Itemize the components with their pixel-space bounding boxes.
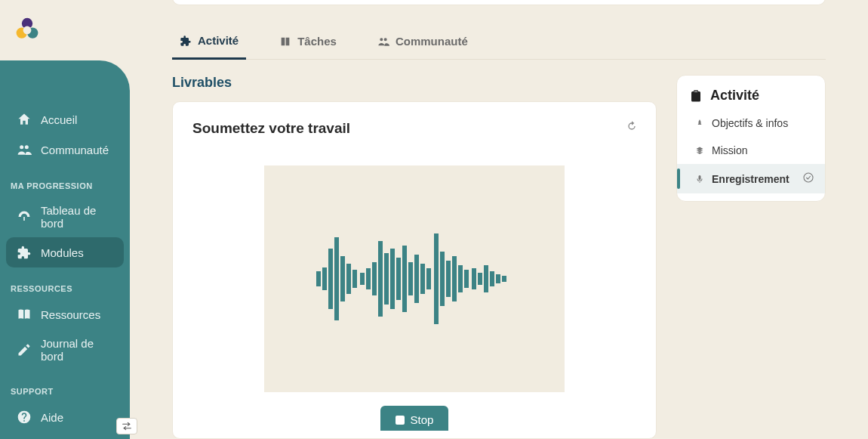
section-heading: Livrables [172, 75, 657, 91]
sidebar-item-journal[interactable]: Journal de bord [0, 329, 130, 370]
step-check-icon [802, 172, 814, 186]
svg-rect-21 [408, 262, 413, 295]
sidebar-item-ressources[interactable]: Ressources [0, 299, 130, 329]
svg-rect-8 [328, 249, 333, 309]
step-label: Mission [712, 144, 747, 156]
sidebar-item-label: Tableau de bord [41, 204, 119, 230]
svg-rect-32 [478, 273, 482, 285]
tab-label: Tâches [297, 35, 337, 48]
top-card-bottom: Évalué: non [172, 0, 826, 5]
waveform-icon [316, 218, 512, 339]
logo-icon [14, 17, 41, 44]
activity-panel-title: Activité [677, 88, 825, 110]
sidebar-section-title: SUPPORT [0, 370, 130, 402]
deliverable-card: Soumettez votre travail [172, 101, 657, 439]
sidebar-item-tableau-de-bord[interactable]: Tableau de bord [0, 196, 130, 237]
svg-rect-24 [426, 268, 431, 289]
svg-rect-27 [446, 261, 451, 297]
users-icon [377, 36, 389, 48]
undo-icon [626, 120, 638, 132]
svg-rect-14 [366, 268, 371, 289]
svg-rect-11 [346, 264, 351, 294]
svg-rect-33 [484, 265, 488, 292]
svg-rect-30 [464, 270, 469, 288]
svg-rect-7 [322, 267, 327, 290]
svg-rect-20 [402, 246, 407, 312]
step-objectifs-infos[interactable]: Objectifs & infos [677, 110, 825, 137]
svg-rect-15 [372, 262, 377, 295]
svg-rect-22 [414, 255, 419, 303]
step-mission[interactable]: Mission [677, 137, 825, 164]
svg-rect-36 [502, 276, 506, 282]
sidebar-item-label: Communauté [41, 144, 109, 156]
clipboard-icon [689, 89, 703, 103]
tab-label: Communauté [396, 35, 468, 48]
main-area: Évalué: non Activité Tâches Communauté L… [130, 0, 868, 439]
sidebar-section-title: RESSOURCES [0, 267, 130, 299]
stop-recording-button[interactable]: Stop [380, 406, 449, 431]
svg-rect-34 [490, 271, 494, 286]
svg-rect-18 [390, 249, 395, 309]
svg-rect-9 [334, 237, 339, 320]
sidebar-nav: Accueil Communauté MA PROGRESSION Tablea… [0, 60, 130, 439]
svg-rect-29 [458, 265, 463, 292]
svg-rect-10 [340, 256, 345, 301]
pin-icon [695, 119, 704, 128]
sidebar-item-aide[interactable]: Aide [0, 402, 130, 432]
svg-rect-12 [352, 270, 357, 288]
sidebar-item-label: Journal de bord [41, 337, 119, 363]
sidebar-item-label: Modules [41, 246, 84, 259]
edit-icon [17, 342, 32, 357]
columns-icon [279, 36, 291, 48]
svg-rect-35 [496, 274, 500, 283]
sidebar-item-communaute[interactable]: Communauté [0, 134, 130, 165]
home-icon [17, 112, 32, 127]
help-icon [17, 410, 32, 425]
svg-rect-19 [396, 258, 401, 300]
tab-label: Activité [198, 34, 239, 47]
tab-communaute[interactable]: Communauté [370, 34, 476, 59]
layers-icon [695, 146, 704, 155]
audio-waveform-canvas [264, 165, 565, 392]
svg-rect-31 [472, 268, 476, 289]
step-label: Enregistrement [712, 173, 790, 185]
dashboard-icon [17, 209, 32, 224]
sidebar-item-label: Aide [41, 411, 63, 424]
step-enregistrement[interactable]: Enregistrement [677, 164, 825, 193]
activity-steps-panel: Activité Objectifs & infos Mission Enreg… [676, 75, 826, 202]
book-icon [17, 307, 32, 322]
svg-rect-16 [378, 241, 383, 317]
svg-rect-25 [434, 233, 439, 324]
users-icon [17, 142, 32, 157]
tab-taches[interactable]: Tâches [272, 34, 344, 59]
puzzle-icon [17, 245, 32, 260]
content-left: Livrables Soumettez votre travail [172, 75, 657, 439]
svg-point-3 [23, 26, 32, 35]
puzzle-icon [180, 35, 192, 47]
sidebar-section-title: MA PROGRESSION [0, 165, 130, 196]
svg-point-37 [804, 173, 813, 182]
sidebar-item-accueil[interactable]: Accueil [0, 104, 130, 134]
stop-label: Stop [411, 413, 434, 426]
svg-rect-26 [440, 252, 445, 306]
svg-rect-23 [420, 264, 425, 294]
sidebar: Accueil Communauté MA PROGRESSION Tablea… [0, 0, 130, 439]
stop-icon [396, 416, 405, 425]
sidebar-item-modules[interactable]: Modules [6, 237, 124, 267]
svg-rect-17 [384, 253, 389, 305]
undo-button[interactable] [626, 120, 638, 135]
stop-row: Stop [192, 406, 636, 431]
sidebar-item-label: Accueil [41, 113, 77, 126]
svg-rect-28 [452, 256, 457, 301]
tab-activite[interactable]: Activité [172, 34, 246, 60]
card-title: Soumettez votre travail [192, 120, 636, 137]
app-logo [0, 0, 130, 60]
svg-rect-6 [316, 271, 321, 286]
step-label: Objectifs & infos [712, 117, 788, 129]
microphone-icon [695, 175, 704, 184]
content-row: Livrables Soumettez votre travail [172, 75, 826, 439]
sidebar-item-label: Ressources [41, 308, 100, 321]
svg-rect-13 [360, 273, 365, 285]
tabs: Activité Tâches Communauté [172, 34, 826, 60]
panel-title-text: Activité [710, 88, 759, 104]
